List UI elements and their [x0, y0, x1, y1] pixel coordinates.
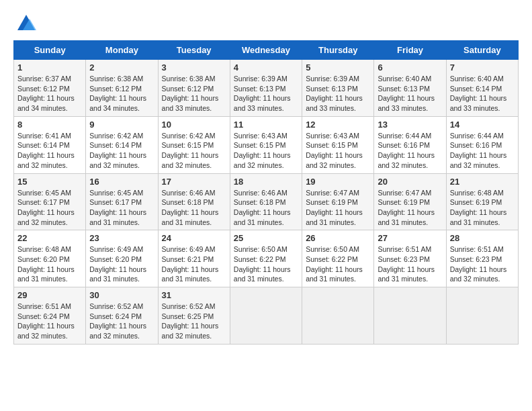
- day-info: Sunrise: 6:41 AMSunset: 6:14 PMDaylight:…: [17, 131, 82, 171]
- day-number: 25: [234, 233, 298, 243]
- calendar-cell: 31 Sunrise: 6:52 AMSunset: 6:25 PMDaylig…: [158, 287, 230, 345]
- calendar-cell: 22 Sunrise: 6:48 AMSunset: 6:20 PMDaylig…: [14, 230, 86, 287]
- day-info: Sunrise: 6:48 AMSunset: 6:20 PMDaylight:…: [17, 244, 82, 284]
- calendar-cell: 25 Sunrise: 6:50 AMSunset: 6:22 PMDaylig…: [230, 230, 302, 287]
- header-friday: Friday: [374, 41, 446, 60]
- day-number: 28: [450, 233, 515, 243]
- day-number: 10: [162, 120, 226, 130]
- day-number: 23: [89, 233, 154, 243]
- calendar-cell: 26 Sunrise: 6:50 AMSunset: 6:22 PMDaylig…: [302, 230, 374, 287]
- calendar-week-5: 29 Sunrise: 6:51 AMSunset: 6:24 PMDaylig…: [14, 287, 519, 345]
- logo-icon: [16, 13, 36, 34]
- calendar-cell: 28 Sunrise: 6:51 AMSunset: 6:23 PMDaylig…: [446, 230, 518, 287]
- day-info: Sunrise: 6:50 AMSunset: 6:22 PMDaylight:…: [234, 244, 298, 284]
- day-info: Sunrise: 6:39 AMSunset: 6:13 PMDaylight:…: [306, 74, 370, 113]
- day-number: 14: [450, 120, 515, 130]
- calendar-cell: 3 Sunrise: 6:38 AMSunset: 6:12 PMDayligh…: [158, 60, 230, 117]
- day-number: 8: [17, 120, 82, 130]
- day-number: 5: [306, 62, 370, 73]
- calendar-body: 1 Sunrise: 6:37 AMSunset: 6:12 PMDayligh…: [14, 60, 519, 345]
- calendar-cell: 8 Sunrise: 6:41 AMSunset: 6:14 PMDayligh…: [14, 116, 86, 173]
- page-header: [13, 13, 519, 34]
- calendar-cell: 1 Sunrise: 6:37 AMSunset: 6:12 PMDayligh…: [14, 60, 86, 117]
- day-info: Sunrise: 6:46 AMSunset: 6:18 PMDaylight:…: [162, 188, 226, 228]
- day-number: 27: [378, 233, 442, 243]
- day-info: Sunrise: 6:47 AMSunset: 6:19 PMDaylight:…: [306, 188, 370, 228]
- day-info: Sunrise: 6:40 AMSunset: 6:14 PMDaylight:…: [450, 74, 515, 113]
- calendar-cell: 30 Sunrise: 6:52 AMSunset: 6:24 PMDaylig…: [86, 287, 158, 345]
- calendar-cell: 6 Sunrise: 6:40 AMSunset: 6:13 PMDayligh…: [374, 60, 446, 117]
- calendar-cell: 9 Sunrise: 6:42 AMSunset: 6:14 PMDayligh…: [86, 116, 158, 173]
- day-number: 19: [306, 177, 370, 187]
- day-number: 11: [234, 120, 298, 130]
- calendar-cell: 24 Sunrise: 6:49 AMSunset: 6:21 PMDaylig…: [158, 230, 230, 287]
- day-info: Sunrise: 6:40 AMSunset: 6:13 PMDaylight:…: [378, 74, 442, 113]
- day-info: Sunrise: 6:46 AMSunset: 6:18 PMDaylight:…: [234, 188, 298, 228]
- calendar-week-1: 1 Sunrise: 6:37 AMSunset: 6:12 PMDayligh…: [14, 60, 519, 117]
- day-info: Sunrise: 6:45 AMSunset: 6:17 PMDaylight:…: [89, 188, 154, 228]
- day-number: 6: [378, 62, 442, 73]
- calendar-cell: 27 Sunrise: 6:51 AMSunset: 6:23 PMDaylig…: [374, 230, 446, 287]
- day-number: 16: [89, 177, 154, 187]
- day-info: Sunrise: 6:49 AMSunset: 6:21 PMDaylight:…: [162, 244, 226, 284]
- calendar-cell: 16 Sunrise: 6:45 AMSunset: 6:17 PMDaylig…: [86, 173, 158, 230]
- day-info: Sunrise: 6:44 AMSunset: 6:16 PMDaylight:…: [378, 131, 442, 171]
- calendar-cell: 19 Sunrise: 6:47 AMSunset: 6:19 PMDaylig…: [302, 173, 374, 230]
- day-info: Sunrise: 6:51 AMSunset: 6:23 PMDaylight:…: [450, 244, 515, 284]
- day-number: 26: [306, 233, 370, 243]
- calendar-cell: [230, 287, 302, 345]
- calendar-cell: 13 Sunrise: 6:44 AMSunset: 6:16 PMDaylig…: [374, 116, 446, 173]
- day-info: Sunrise: 6:47 AMSunset: 6:19 PMDaylight:…: [378, 188, 442, 228]
- calendar-week-3: 15 Sunrise: 6:45 AMSunset: 6:17 PMDaylig…: [14, 173, 519, 230]
- day-number: 1: [17, 62, 82, 73]
- calendar-cell: 10 Sunrise: 6:42 AMSunset: 6:15 PMDaylig…: [158, 116, 230, 173]
- day-info: Sunrise: 6:42 AMSunset: 6:15 PMDaylight:…: [162, 131, 226, 171]
- day-number: 22: [17, 233, 82, 243]
- calendar-week-4: 22 Sunrise: 6:48 AMSunset: 6:20 PMDaylig…: [14, 230, 519, 287]
- calendar-cell: 4 Sunrise: 6:39 AMSunset: 6:13 PMDayligh…: [230, 60, 302, 117]
- calendar-cell: 21 Sunrise: 6:48 AMSunset: 6:19 PMDaylig…: [446, 173, 518, 230]
- day-info: Sunrise: 6:38 AMSunset: 6:12 PMDaylight:…: [89, 74, 154, 113]
- day-number: 13: [378, 120, 442, 130]
- day-info: Sunrise: 6:39 AMSunset: 6:13 PMDaylight:…: [234, 74, 298, 113]
- day-number: 15: [17, 177, 82, 187]
- calendar-cell: 23 Sunrise: 6:49 AMSunset: 6:20 PMDaylig…: [86, 230, 158, 287]
- calendar-cell: 29 Sunrise: 6:51 AMSunset: 6:24 PMDaylig…: [14, 287, 86, 345]
- calendar-header: SundayMondayTuesdayWednesdayThursdayFrid…: [14, 41, 519, 60]
- day-info: Sunrise: 6:44 AMSunset: 6:16 PMDaylight:…: [450, 131, 515, 171]
- calendar-cell: 5 Sunrise: 6:39 AMSunset: 6:13 PMDayligh…: [302, 60, 374, 117]
- day-info: Sunrise: 6:49 AMSunset: 6:20 PMDaylight:…: [89, 244, 154, 284]
- day-info: Sunrise: 6:43 AMSunset: 6:15 PMDaylight:…: [306, 131, 370, 171]
- calendar-cell: 18 Sunrise: 6:46 AMSunset: 6:18 PMDaylig…: [230, 173, 302, 230]
- header-sunday: Sunday: [14, 41, 86, 60]
- calendar-cell: 20 Sunrise: 6:47 AMSunset: 6:19 PMDaylig…: [374, 173, 446, 230]
- calendar-cell: [302, 287, 374, 345]
- calendar-cell: 15 Sunrise: 6:45 AMSunset: 6:17 PMDaylig…: [14, 173, 86, 230]
- day-info: Sunrise: 6:51 AMSunset: 6:24 PMDaylight:…: [17, 302, 82, 341]
- calendar-cell: [374, 287, 446, 345]
- calendar-table: SundayMondayTuesdayWednesdayThursdayFrid…: [13, 40, 519, 345]
- day-info: Sunrise: 6:37 AMSunset: 6:12 PMDaylight:…: [17, 74, 82, 113]
- day-number: 9: [89, 120, 154, 130]
- calendar-cell: 12 Sunrise: 6:43 AMSunset: 6:15 PMDaylig…: [302, 116, 374, 173]
- day-number: 21: [450, 177, 515, 187]
- day-number: 24: [162, 233, 226, 243]
- day-number: 7: [450, 62, 515, 73]
- header-tuesday: Tuesday: [158, 41, 230, 60]
- day-info: Sunrise: 6:52 AMSunset: 6:25 PMDaylight:…: [162, 302, 226, 341]
- day-info: Sunrise: 6:38 AMSunset: 6:12 PMDaylight:…: [162, 74, 226, 113]
- day-number: 2: [89, 62, 154, 73]
- day-number: 31: [162, 290, 226, 300]
- header-monday: Monday: [86, 41, 158, 60]
- day-info: Sunrise: 6:51 AMSunset: 6:23 PMDaylight:…: [378, 244, 442, 284]
- header-row: SundayMondayTuesdayWednesdayThursdayFrid…: [14, 41, 519, 60]
- day-number: 4: [234, 62, 298, 73]
- calendar-week-2: 8 Sunrise: 6:41 AMSunset: 6:14 PMDayligh…: [14, 116, 519, 173]
- day-info: Sunrise: 6:43 AMSunset: 6:15 PMDaylight:…: [234, 131, 298, 171]
- day-number: 17: [162, 177, 226, 187]
- day-info: Sunrise: 6:48 AMSunset: 6:19 PMDaylight:…: [450, 188, 515, 228]
- calendar-cell: 17 Sunrise: 6:46 AMSunset: 6:18 PMDaylig…: [158, 173, 230, 230]
- day-info: Sunrise: 6:50 AMSunset: 6:22 PMDaylight:…: [306, 244, 370, 284]
- calendar-cell: 7 Sunrise: 6:40 AMSunset: 6:14 PMDayligh…: [446, 60, 518, 117]
- day-info: Sunrise: 6:45 AMSunset: 6:17 PMDaylight:…: [17, 188, 82, 228]
